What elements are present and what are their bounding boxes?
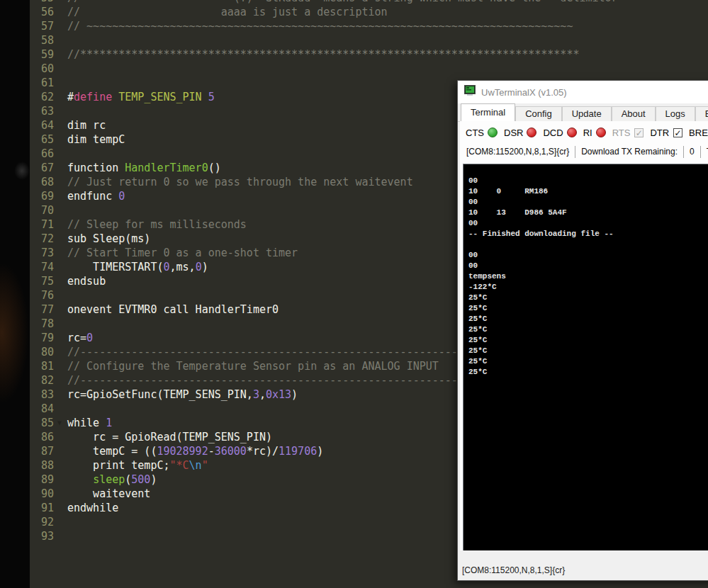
fold-spacer xyxy=(54,62,65,76)
com-field: 0 xyxy=(685,147,699,157)
fold-spacer xyxy=(54,47,65,62)
line-number: 64 xyxy=(30,118,54,132)
indicator-label: CTS xyxy=(466,128,484,138)
fold-marker-icon[interactable]: ▼ xyxy=(54,416,65,430)
gutter-line: 63 xyxy=(30,104,65,118)
gutter-line: 69 xyxy=(30,189,65,203)
fold-spacer xyxy=(54,473,65,487)
line-number: 69 xyxy=(30,189,54,203)
app-icon xyxy=(464,85,476,99)
fold-spacer xyxy=(54,76,65,90)
fold-spacer xyxy=(54,203,65,217)
fold-spacer xyxy=(54,331,65,345)
fold-spacer xyxy=(54,0,65,5)
gutter-line: 80 xyxy=(30,345,65,359)
terminal-line: -- Finished downloading file -- xyxy=(468,229,708,239)
tab-terminal[interactable]: Terminal xyxy=(461,103,515,122)
window-titlebar[interactable]: UwTerminalX (v1.05) xyxy=(458,81,708,103)
tab-bar: TerminalConfigUpdateAboutLogsEditor xyxy=(458,103,708,122)
line-number: 91 xyxy=(30,501,54,515)
gutter-line: 93 xyxy=(30,529,65,543)
line-number: 81 xyxy=(30,359,54,373)
fold-spacer xyxy=(54,5,65,19)
terminal-line: 25*C xyxy=(468,314,708,324)
terminal-line: 00 xyxy=(468,176,708,186)
terminal-line: 00 xyxy=(468,261,708,271)
status-led-red-icon xyxy=(596,128,606,137)
tab-update[interactable]: Update xyxy=(562,106,612,121)
code-line: // aaaa is just a description xyxy=(67,5,669,19)
status-led-red-icon xyxy=(567,128,577,137)
line-number: 79 xyxy=(30,331,54,345)
fold-spacer xyxy=(54,359,65,373)
line-number: 80 xyxy=(30,345,54,359)
gutter-line: 74 xyxy=(30,260,65,274)
fold-spacer xyxy=(54,147,65,161)
terminal-line: 00 xyxy=(468,218,708,229)
indicator-dtr: DTR✓ xyxy=(650,128,682,138)
tab-about[interactable]: About xyxy=(612,106,656,121)
line-number: 60 xyxy=(30,62,54,76)
tab-config[interactable]: Config xyxy=(515,106,562,121)
line-number: 71 xyxy=(30,217,54,232)
gutter-line: 68 xyxy=(30,175,65,189)
indicator-rts: RTS✓ xyxy=(612,128,644,138)
gutter-line: 75 xyxy=(30,274,65,288)
gutter-line: 90 xyxy=(30,487,65,501)
terminal-line: -122*C xyxy=(468,282,708,293)
gutter-line: 67 xyxy=(30,161,65,175)
gutter-line: 87 xyxy=(30,444,65,458)
indicator-label: RTS xyxy=(612,128,631,138)
com-field: Tx: xyxy=(702,147,708,157)
line-number: 70 xyxy=(30,203,54,217)
line-number: 65 xyxy=(30,132,54,147)
status-led-red-icon xyxy=(527,128,536,137)
pane-separator xyxy=(683,146,684,158)
indicator-dcd: DCD xyxy=(543,128,576,138)
terminal-line: 00 xyxy=(468,197,708,208)
gutter-line: 72 xyxy=(30,232,65,246)
gutter-line: 56 xyxy=(30,5,65,19)
window-statusbar: [COM8:115200,N,8,1,S]{cr} xyxy=(458,550,708,580)
line-number: 78 xyxy=(30,317,54,331)
desktop-wallpaper-mark xyxy=(14,162,30,180)
gutter-line: 58 xyxy=(30,33,65,47)
tab-logs[interactable]: Logs xyxy=(656,106,695,121)
tab-editor[interactable]: Editor xyxy=(695,106,708,121)
statusbar-com-settings: [COM8:115200,N,8,1,S]{cr} xyxy=(462,565,565,575)
fold-spacer xyxy=(54,317,65,331)
terminal-line: 00 xyxy=(468,250,708,261)
gutter-line: 55 xyxy=(30,0,65,5)
terminal-output[interactable]: 0010 0 RM1860010 13 D986 5A4F00-- Finish… xyxy=(463,164,708,552)
terminal-line: 25*C xyxy=(468,293,708,303)
line-number: 75 xyxy=(30,274,54,288)
uwterminalx-window: UwTerminalX (v1.05) TerminalConfigUpdate… xyxy=(457,80,708,581)
gutter-line: 78 xyxy=(30,317,65,331)
fold-spacer xyxy=(54,388,65,402)
fold-spacer xyxy=(54,274,65,288)
indicator-label: BREAK xyxy=(689,128,708,138)
code-line: // (?) StRdddd means a string which must… xyxy=(67,0,669,5)
gutter-line: 81 xyxy=(30,359,65,373)
gutter-line: 84 xyxy=(30,402,65,416)
gutter-line: 65 xyxy=(30,132,65,147)
code-line xyxy=(67,33,669,47)
dtr-checkbox[interactable]: ✓ xyxy=(673,128,682,137)
fold-spacer xyxy=(54,161,65,175)
fold-spacer xyxy=(54,288,65,303)
pane-separator xyxy=(575,146,575,158)
window-title: UwTerminalX (v1.05) xyxy=(481,87,567,98)
line-number: 58 xyxy=(30,33,54,47)
terminal-line: 10 13 D986 5A4F xyxy=(468,208,708,218)
fold-spacer xyxy=(54,373,65,388)
fold-spacer xyxy=(54,132,65,147)
terminal-line: 25*C xyxy=(468,324,708,335)
gutter-line: 60 xyxy=(30,62,65,76)
line-number: 59 xyxy=(30,47,54,62)
terminal-line: 25*C xyxy=(468,356,708,367)
com-field: [COM8:115200,N,8,1,S]{cr} xyxy=(462,147,573,157)
fold-spacer xyxy=(54,104,65,118)
terminal-tab-page: CTSDSRDCDRIRTS✓DTR✓BREAKLocalEcho [COM8:… xyxy=(460,121,708,552)
fold-spacer xyxy=(54,246,65,260)
terminal-line: 10 0 RM186 xyxy=(468,186,708,197)
